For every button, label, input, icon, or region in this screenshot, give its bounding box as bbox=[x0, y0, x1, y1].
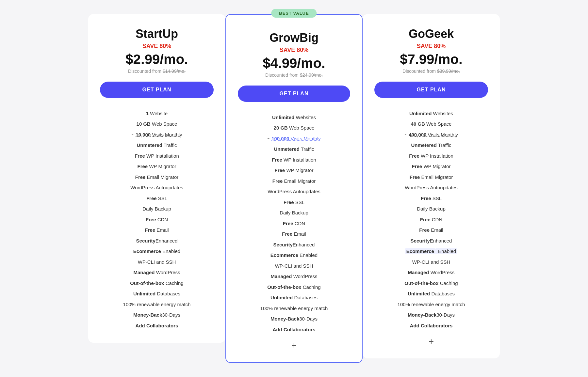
feature-normal: Databases bbox=[430, 291, 455, 296]
feature-bold: Ecommerce bbox=[405, 248, 435, 254]
feature-item: Unlimited Websites bbox=[238, 112, 350, 123]
feature-normal: Enhanced bbox=[430, 238, 452, 243]
feature-item: WordPress Autoupdates bbox=[238, 186, 350, 197]
feature-bold: Unlimited bbox=[270, 295, 293, 300]
feature-normal: Email bbox=[430, 227, 443, 233]
feature-normal: Email Migrator bbox=[145, 174, 178, 180]
plus-icon: + bbox=[374, 336, 488, 347]
feature-item: WordPress Autoupdates bbox=[100, 182, 214, 193]
feature-bold: Money-Back bbox=[270, 316, 299, 322]
feature-suffix: Visits Monthly bbox=[289, 136, 320, 141]
feature-bold: Free bbox=[272, 178, 283, 184]
feature-bold: Free bbox=[410, 174, 420, 180]
feature-bold: Security bbox=[411, 238, 430, 243]
feature-bold: Free bbox=[283, 221, 293, 226]
discounted-from-growbig: Discounted from $24.99/mo. bbox=[238, 72, 350, 78]
feature-item: 20 GB Web Space bbox=[238, 123, 350, 134]
feature-bold: Free bbox=[284, 199, 294, 205]
feature-item: Free WP Installation bbox=[238, 155, 350, 165]
feature-bold: 20 GB bbox=[274, 125, 288, 131]
feature-item: Free SSL bbox=[238, 197, 350, 208]
feature-normal: Enhanced bbox=[155, 238, 178, 243]
features-list-gogeek: Unlimited Websites40 GB Web Space~ 400,0… bbox=[374, 108, 488, 331]
feature-item: Free CDN bbox=[374, 214, 488, 225]
feature-bold: Unlimited bbox=[409, 111, 432, 116]
feature-item: Unlimited Databases bbox=[238, 292, 350, 303]
feature-text: WordPress Autoupdates bbox=[130, 185, 183, 190]
feature-bold: Unlimited bbox=[133, 291, 155, 296]
feature-bold: Free bbox=[412, 164, 422, 169]
feature-normal: WP Migrator bbox=[422, 164, 450, 169]
feature-bold: Managed bbox=[133, 270, 155, 275]
feature-bold: Unmetered bbox=[274, 146, 299, 152]
feature-normal: Caching bbox=[438, 280, 458, 286]
feature-bold: Free bbox=[146, 217, 156, 222]
feature-item: Out-of-the-box Caching bbox=[238, 282, 350, 293]
feature-bold: Add Collaborators bbox=[410, 323, 453, 328]
feature-bold: 100,000 bbox=[271, 136, 289, 141]
feature-normal: SSL bbox=[431, 196, 442, 201]
feature-bold: Add Collaborators bbox=[273, 327, 316, 332]
feature-item: Unmetered Traffic bbox=[238, 144, 350, 155]
feature-bold: Unlimited bbox=[408, 291, 430, 296]
feature-normal: Web Space bbox=[425, 121, 451, 127]
feature-normal: Caching bbox=[301, 284, 320, 290]
feature-item: ~ 10,000 Visits Monthly bbox=[100, 130, 214, 140]
feature-text: WordPress Autoupdates bbox=[405, 185, 457, 190]
feature-item: Ecommerce Enabled bbox=[238, 250, 350, 261]
feature-bold: 40 GB bbox=[411, 121, 425, 127]
feature-item: 40 GB Web Space bbox=[374, 119, 488, 130]
feature-normal: WP Installation bbox=[419, 153, 453, 159]
get-plan-button-gogeek[interactable]: GET PLAN bbox=[374, 82, 488, 98]
feature-text: 100% renewable energy match bbox=[260, 306, 328, 311]
feature-normal: Web Space bbox=[151, 121, 177, 127]
feature-item: Unlimited Websites bbox=[374, 108, 488, 119]
plan-name-gogeek: GoGeek bbox=[374, 27, 488, 41]
feature-item: Unmetered Traffic bbox=[374, 140, 488, 151]
feature-item: Add Collaborators bbox=[238, 324, 350, 335]
feature-normal: Websites bbox=[432, 111, 453, 116]
feature-item: 100% renewable energy match bbox=[374, 299, 488, 310]
feature-normal: WordPress bbox=[429, 270, 454, 275]
feature-item: SecurityEnhanced bbox=[374, 236, 488, 246]
feature-normal: CDN bbox=[431, 217, 443, 222]
feature-item: Free Email bbox=[238, 229, 350, 240]
get-plan-button-startup[interactable]: GET PLAN bbox=[100, 82, 214, 98]
feature-item: Add Collaborators bbox=[374, 321, 488, 331]
get-plan-button-growbig[interactable]: GET PLAN bbox=[238, 86, 350, 102]
features-list-startup: 1 Website10 GB Web Space~ 10,000 Visits … bbox=[100, 108, 214, 331]
feature-bold: Out-of-the-box bbox=[404, 280, 438, 286]
feature-normal: Email Migrator bbox=[283, 178, 316, 184]
feature-bold: Money-Back bbox=[408, 312, 436, 318]
feature-bold: 1 bbox=[146, 111, 149, 116]
feature-item: Unmetered Traffic bbox=[100, 140, 214, 151]
feature-normal: WP Migrator bbox=[148, 164, 176, 169]
feature-normal: Traffic bbox=[437, 142, 451, 148]
plan-name-growbig: GrowBig bbox=[238, 31, 350, 45]
feature-bold: Unmetered bbox=[137, 142, 162, 148]
feature-text: WordPress Autoupdates bbox=[268, 189, 320, 194]
feature-bold: Free bbox=[275, 167, 285, 173]
feature-bold: 10,000 bbox=[136, 132, 151, 137]
feature-normal: Websites bbox=[294, 115, 316, 120]
plan-card-growbig: BEST VALUEGrowBigSAVE 80%$4.99/mo.Discou… bbox=[225, 14, 363, 363]
feature-normal: Enabled bbox=[161, 248, 180, 254]
feature-bold: Unmetered bbox=[411, 142, 436, 148]
feature-normal: Email Migrator bbox=[420, 174, 453, 180]
save-label-gogeek: SAVE 80% bbox=[374, 43, 488, 50]
feature-normal: Traffic bbox=[162, 142, 177, 148]
feature-normal: Traffic bbox=[300, 146, 314, 152]
feature-text: WP-CLI and SSH bbox=[412, 259, 450, 265]
feature-item: Ecommerce Enabled bbox=[374, 246, 488, 257]
feature-item: Free SSL bbox=[374, 193, 488, 204]
feature-normal: Databases bbox=[155, 291, 180, 296]
price-startup: $2.99/mo. bbox=[100, 52, 214, 67]
feature-normal: Email bbox=[155, 227, 169, 233]
feature-normal: WordPress bbox=[292, 274, 317, 279]
feature-bold: Money-Back bbox=[133, 312, 162, 318]
feature-item: 100% renewable energy match bbox=[100, 299, 214, 310]
feature-item: Free Email Migrator bbox=[374, 172, 488, 183]
feature-normal: WP Installation bbox=[282, 157, 316, 163]
feature-item: Unlimited Databases bbox=[100, 289, 214, 299]
feature-normal: 30-Days bbox=[436, 312, 455, 318]
